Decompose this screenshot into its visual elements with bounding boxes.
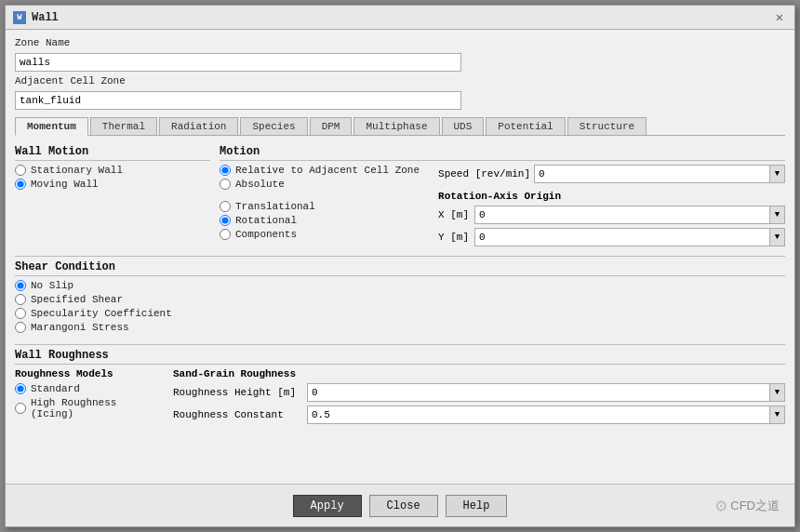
speed-input[interactable]: [535, 166, 769, 182]
roughness-constant-input-wrapper: ▼: [307, 406, 785, 424]
wall-motion-header: Wall Motion: [15, 145, 210, 161]
high-roughness-option[interactable]: High Roughness (Icing): [15, 397, 164, 419]
right-column: Motion Relative to Adjacent Cell Zone Ab…: [220, 145, 785, 250]
speed-dropdown-arrow[interactable]: ▼: [769, 166, 784, 182]
brand-text: CFD之道: [730, 498, 780, 514]
brand-area: ⚙ CFD之道: [527, 494, 780, 517]
tab-structure[interactable]: Structure: [567, 117, 647, 135]
shear-condition-radio-group: No Slip Specified Shear Specularity Coef…: [15, 280, 785, 333]
roughness-height-input[interactable]: [308, 384, 769, 401]
rotation-axis-section: Rotation-Axis Origin X [m] ▼ Y [m]: [438, 191, 785, 246]
translational-radio[interactable]: [220, 201, 231, 212]
y-axis-input[interactable]: [475, 229, 769, 246]
specularity-option[interactable]: Specularity Coefficient: [15, 308, 785, 319]
y-dropdown-arrow[interactable]: ▼: [769, 229, 784, 246]
rotational-option[interactable]: Rotational: [220, 215, 420, 226]
close-icon[interactable]: ✕: [772, 10, 787, 25]
moving-wall-radio[interactable]: [15, 179, 26, 190]
roughness-constant-arrow[interactable]: ▼: [769, 406, 784, 423]
motion-row: Relative to Adjacent Cell Zone Absolute …: [220, 165, 785, 250]
absolute-label: Absolute: [235, 179, 285, 190]
specularity-radio[interactable]: [15, 308, 26, 319]
adjacent-cell-zone-input[interactable]: [15, 91, 461, 110]
high-roughness-radio[interactable]: [15, 403, 26, 414]
window-icon: W: [13, 11, 26, 24]
motion-header: Motion: [220, 145, 785, 161]
moving-wall-label: Moving Wall: [31, 179, 99, 190]
components-radio[interactable]: [220, 229, 231, 240]
no-slip-option[interactable]: No Slip: [15, 280, 785, 291]
roughness-models-radio-group: Standard High Roughness (Icing): [15, 383, 164, 419]
roughness-models-col: Roughness Models Standard High Roughness…: [15, 368, 164, 428]
roughness-height-row: Roughness Height [m] ▼: [173, 383, 785, 402]
sand-grain-header: Sand-Grain Roughness: [173, 368, 785, 379]
x-dropdown-arrow[interactable]: ▼: [769, 206, 784, 223]
stationary-wall-option[interactable]: Stationary Wall: [15, 165, 210, 176]
x-axis-input[interactable]: [475, 206, 769, 223]
tab-uds[interactable]: UDS: [442, 117, 485, 135]
standard-model-option[interactable]: Standard: [15, 383, 164, 394]
relative-radio[interactable]: [220, 165, 231, 176]
marangoni-option[interactable]: Marangoni Stress: [15, 322, 785, 333]
x-axis-row: X [m] ▼: [438, 206, 785, 224]
roughness-height-arrow[interactable]: ▼: [769, 384, 784, 401]
x-axis-label: X [m]: [438, 209, 471, 220]
marangoni-radio[interactable]: [15, 322, 26, 333]
high-roughness-label: High Roughness (Icing): [31, 397, 164, 419]
speed-label: Speed [rev/min]: [438, 168, 530, 180]
sand-grain-col: Sand-Grain Roughness Roughness Height [m…: [173, 368, 785, 428]
apply-button[interactable]: Apply: [293, 495, 362, 517]
title-bar-left: W Wall: [13, 11, 59, 24]
motion-reference-group: Relative to Adjacent Cell Zone Absolute …: [220, 165, 420, 250]
rotational-label: Rotational: [235, 215, 297, 226]
wall-dialog: W Wall ✕ Zone Name Adjacent Cell Zone Mo…: [5, 5, 795, 527]
help-button[interactable]: Help: [446, 495, 508, 517]
y-input-wrapper: ▼: [474, 228, 785, 246]
tab-potential[interactable]: Potential: [486, 117, 565, 135]
shear-condition-header: Shear Condition: [15, 260, 785, 276]
tab-radiation[interactable]: Radiation: [159, 117, 238, 135]
no-slip-radio[interactable]: [15, 280, 26, 291]
brand-logo-icon: ⚙: [715, 494, 727, 517]
zone-name-label: Zone Name: [15, 37, 785, 48]
rotational-radio[interactable]: [220, 215, 231, 226]
specified-shear-option[interactable]: Specified Shear: [15, 294, 785, 305]
dialog-content: Zone Name Adjacent Cell Zone Momentum Th…: [6, 30, 794, 484]
roughness-constant-row: Roughness Constant ▼: [173, 406, 785, 424]
components-label: Components: [235, 229, 297, 240]
absolute-radio[interactable]: [220, 179, 231, 190]
window-title: Wall: [32, 11, 59, 24]
stationary-wall-radio[interactable]: [15, 165, 26, 176]
wall-roughness-section: Wall Roughness Roughness Models Standard…: [15, 344, 785, 428]
relative-label: Relative to Adjacent Cell Zone: [235, 165, 420, 176]
tab-dpm[interactable]: DPM: [310, 117, 353, 135]
x-input-wrapper: ▼: [474, 206, 785, 224]
zone-name-input[interactable]: [15, 53, 461, 72]
close-button[interactable]: Close: [369, 495, 438, 517]
speed-input-wrapper: ▼: [534, 165, 785, 183]
shear-condition-section: Shear Condition No Slip Specified Shear …: [15, 256, 785, 339]
translational-option[interactable]: Translational: [220, 201, 420, 212]
adjacent-cell-zone-label: Adjacent Cell Zone: [15, 75, 785, 86]
stationary-wall-label: Stationary Wall: [31, 165, 123, 176]
components-option[interactable]: Components: [220, 229, 420, 240]
standard-model-radio[interactable]: [15, 383, 26, 394]
specified-shear-radio[interactable]: [15, 294, 26, 305]
bottom-bar: Apply Close Help ⚙ CFD之道: [6, 484, 794, 526]
roughness-constant-input[interactable]: [308, 406, 769, 423]
moving-wall-option[interactable]: Moving Wall: [15, 179, 210, 190]
tab-multiphase[interactable]: Multiphase: [353, 117, 439, 135]
tab-thermal[interactable]: Thermal: [90, 117, 157, 135]
speed-row: Speed [rev/min] ▼: [438, 165, 785, 183]
y-axis-label: Y [m]: [438, 232, 471, 243]
rotation-axis-header: Rotation-Axis Origin: [438, 191, 785, 202]
translational-label: Translational: [235, 201, 315, 212]
relative-option[interactable]: Relative to Adjacent Cell Zone: [220, 165, 420, 176]
absolute-option[interactable]: Absolute: [220, 179, 420, 190]
tab-species[interactable]: Species: [240, 117, 307, 135]
no-slip-label: No Slip: [31, 280, 73, 291]
roughness-models-header: Roughness Models: [15, 368, 164, 379]
tab-momentum[interactable]: Momentum: [15, 117, 88, 136]
standard-model-label: Standard: [31, 383, 80, 394]
motion-right-panel: Speed [rev/min] ▼ Rotation-Axis Origin: [438, 165, 785, 250]
